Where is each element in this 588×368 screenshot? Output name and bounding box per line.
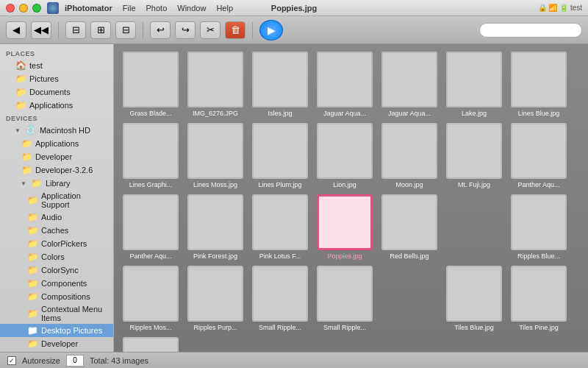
- menu-photo[interactable]: Photo: [146, 4, 168, 13]
- sidebar-item-documents[interactable]: 📁 Documents: [0, 85, 113, 99]
- thumb-label: Isles.jpg: [268, 110, 292, 117]
- minimize-button[interactable]: [19, 4, 28, 13]
- status-icons: 🔒 📶 🔋 test: [538, 4, 582, 12]
- play-button[interactable]: ▶: [259, 20, 283, 40]
- thumb-lake[interactable]: Lake.jpg: [445, 52, 503, 117]
- thumb-lion[interactable]: Lion.jpg: [315, 123, 374, 188]
- sidebar-item-desktop-pictures[interactable]: 📁 Desktop Pictures: [0, 324, 113, 337]
- thumb-image: [446, 52, 502, 107]
- thumb-moon[interactable]: Moon.jpg: [380, 123, 439, 188]
- sidebar-item-compositions[interactable]: 📁 Compositions: [0, 290, 113, 303]
- thumb-image: [252, 266, 308, 322]
- thumb-lines-moss[interactable]: Lines Moss.jpg: [186, 123, 245, 188]
- search-input[interactable]: [479, 23, 582, 38]
- toolbar-btn-undo[interactable]: ↩: [150, 21, 171, 39]
- thumb-image: [511, 52, 567, 107]
- sidebar-item-contextual[interactable]: 📁 Contextual Menu Items: [0, 303, 113, 324]
- app-icon: [47, 2, 59, 14]
- toolbar-btn-prev[interactable]: ◀: [6, 21, 26, 39]
- sidebar-item-colorpickers[interactable]: 📁 ColorPickers: [0, 237, 113, 250]
- folder-icon: 📁: [26, 212, 38, 222]
- sidebar-item-label: ColorSync: [41, 266, 79, 275]
- toolbar-btn-back[interactable]: ◀◀: [31, 21, 51, 39]
- sidebar-item-library[interactable]: ▼ 📁 Library: [0, 177, 113, 190]
- sidebar-item-macintosh-hd[interactable]: ▼ 💿 Macintosh HD: [0, 124, 113, 137]
- toolbar-btn-scissors[interactable]: ✂: [200, 21, 220, 39]
- thumb-panther-aqu-2[interactable]: Panther Aqu...: [121, 194, 180, 260]
- folder-icon: 📁: [26, 308, 38, 319]
- thumb-empty-1: [445, 194, 503, 260]
- image-grid: Grass Blade... IMG_6276.JPG Isles.jpg Ja…: [121, 52, 581, 352]
- sidebar-item-test[interactable]: 🏠 test: [0, 59, 113, 72]
- sidebar-item-developer2[interactable]: 📁 Developer: [0, 337, 113, 350]
- toolbar-btn-delete[interactable]: 🗑: [225, 21, 245, 39]
- folder-icon: 📁: [21, 152, 32, 162]
- menu-help[interactable]: Help: [216, 4, 233, 13]
- sidebar-item-developer[interactable]: 📁 Developer: [0, 150, 113, 163]
- toolbar-btn-redo[interactable]: ↪: [175, 21, 196, 39]
- app-name: iPhotomator: [65, 4, 112, 13]
- toolbar-btn-grid-sm[interactable]: ⊟: [65, 21, 86, 39]
- thumb-label: Poppies.jpg: [327, 252, 362, 260]
- sidebar-item-caches[interactable]: 📁 Caches: [0, 224, 113, 237]
- folder-icon: 📁: [26, 238, 38, 249]
- sidebar-item-appsupport[interactable]: 📁 Application Support: [0, 190, 113, 210]
- folder-icon: 📁: [26, 339, 38, 349]
- sidebar-item-colorsync[interactable]: 📁 ColorSync: [0, 263, 113, 277]
- thumb-isles[interactable]: Isles.jpg: [251, 52, 309, 117]
- thumb-ripples-purp[interactable]: Ripples Purp...: [186, 266, 245, 331]
- autoresize-checkbox[interactable]: ✓: [7, 356, 16, 365]
- thumb-image: [381, 266, 437, 322]
- thumb-red-bells[interactable]: Red Bells.jpg: [380, 194, 439, 260]
- close-button[interactable]: [6, 4, 15, 13]
- autoresize-input[interactable]: [66, 355, 84, 367]
- sidebar-item-applications[interactable]: 📁 Applications: [0, 137, 113, 150]
- thumb-label: Pink Lotus F...: [259, 252, 301, 260]
- thumb-small-ripple-2[interactable]: Small Ripple...: [315, 266, 374, 331]
- sidebar-item-label: Colors: [41, 252, 65, 261]
- thumb-image: [511, 194, 567, 250]
- sidebar-item-dictionaries[interactable]: 📁 Dictionaries: [0, 350, 113, 352]
- thumb-jaguar-aqua-1[interactable]: Jaguar Aqua...: [315, 52, 374, 117]
- toolbar-btn-grid-lg[interactable]: ⊟: [115, 21, 136, 39]
- toolbar-btn-grid-md[interactable]: ⊞: [90, 21, 111, 39]
- menu-window[interactable]: Window: [177, 4, 206, 13]
- thumb-label: IMG_6276.JPG: [193, 110, 238, 117]
- toolbar-separator-2: [143, 22, 143, 38]
- thumb-img6276[interactable]: IMG_6276.JPG: [186, 52, 245, 117]
- sidebar-item-pictures[interactable]: 📁 Pictures: [0, 72, 113, 85]
- sidebar-item-audio[interactable]: 📁 Audio: [0, 210, 113, 224]
- thumb-lines-graphi[interactable]: Lines Graphi...: [121, 123, 180, 188]
- thumb-label: Lines Plum.jpg: [258, 181, 301, 188]
- thumb-ripples-blue[interactable]: Ripples Blue...: [509, 194, 568, 260]
- thumb-panther-aqu-1[interactable]: Panther Aqu...: [509, 123, 568, 188]
- title-bar: iPhotomator File Photo Window Help Poppi…: [0, 0, 588, 16]
- thumb-ripples-moss[interactable]: Ripples Mos...: [121, 266, 180, 331]
- thumb-small-ripple-1[interactable]: Small Ripple...: [251, 266, 309, 331]
- thumb-lines-blue[interactable]: Lines Blue.jpg: [509, 52, 568, 117]
- thumb-image: [123, 337, 179, 352]
- autoresize-label: Autoresize: [22, 356, 60, 365]
- thumb-jaguar-aqua-2[interactable]: Jaguar Aqua...: [380, 52, 439, 117]
- thumb-tiles-warm[interactable]: Tiles Warm...: [121, 337, 180, 352]
- maximize-button[interactable]: [32, 4, 41, 13]
- thumb-tiles-pine[interactable]: Tiles Pine.jpg: [509, 266, 568, 331]
- sidebar-item-label: Desktop Pictures: [41, 326, 102, 335]
- thumb-poppies[interactable]: Poppies.jpg: [315, 194, 374, 260]
- thumb-image: [123, 194, 179, 250]
- thumb-grass-blade[interactable]: Grass Blade...: [121, 52, 180, 117]
- sidebar-item-developer326[interactable]: 📁 Developer-3.2.6: [0, 163, 113, 177]
- thumb-lines-plum[interactable]: Lines Plum.jpg: [251, 123, 309, 188]
- thumb-label: Panther Aqu...: [517, 181, 559, 188]
- menu-file[interactable]: File: [123, 4, 136, 13]
- sidebar-item-applications-places[interactable]: 📁 Applications: [0, 99, 113, 112]
- thumb-tiles-blue[interactable]: Tiles Blue.jpg: [445, 266, 503, 331]
- sidebar-item-label: Compositions: [41, 292, 90, 301]
- thumb-pink-lotus[interactable]: Pink Lotus F...: [251, 194, 309, 260]
- thumb-image: [187, 52, 243, 107]
- thumb-mt-fuji[interactable]: Mt. Fuji.jpg: [445, 123, 503, 188]
- sidebar-item-colors[interactable]: 📁 Colors: [0, 250, 113, 263]
- sidebar-item-label: Developer-3.2.6: [35, 166, 93, 174]
- sidebar-item-components[interactable]: 📁 Components: [0, 277, 113, 290]
- thumb-pink-forest[interactable]: Pink Forest.jpg: [186, 194, 245, 260]
